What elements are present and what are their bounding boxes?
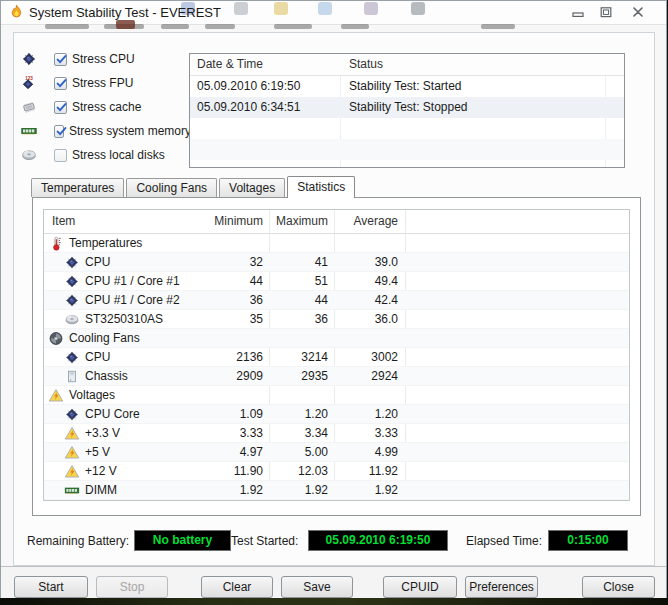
column-header-item[interactable]: Item bbox=[52, 214, 75, 228]
average-value: 2924 bbox=[371, 369, 398, 383]
voltage-icon bbox=[64, 426, 80, 441]
desktop-ghost-icon bbox=[411, 2, 425, 15]
minimum-value: 44 bbox=[250, 274, 263, 288]
stress-option-row: Stress CPU bbox=[21, 49, 191, 69]
event-log-row[interactable]: 05.09.2010 6:34:51Stability Test: Stoppe… bbox=[190, 97, 624, 118]
maximum-value: 51 bbox=[315, 274, 328, 288]
stress-option-label[interactable]: Stress system memory bbox=[69, 124, 191, 138]
voltage-icon bbox=[64, 445, 80, 460]
statistics-section-row[interactable]: Voltages bbox=[44, 386, 629, 405]
start-button[interactable]: Start bbox=[14, 576, 88, 598]
status-label: Elapsed Time: bbox=[466, 534, 542, 548]
stress-option-row: Stress system memory bbox=[21, 121, 191, 141]
stress-option-label[interactable]: Stress cache bbox=[72, 100, 141, 114]
checkbox-unchecked[interactable] bbox=[54, 149, 67, 162]
column-header-datetime[interactable]: Date & Time bbox=[197, 57, 263, 71]
fan-icon bbox=[48, 331, 64, 346]
stop-button[interactable]: Stop bbox=[96, 576, 168, 598]
column-header-minimum[interactable]: Minimum bbox=[214, 214, 263, 228]
close-button[interactable] bbox=[626, 3, 650, 21]
preferences-button[interactable]: Preferences bbox=[465, 576, 538, 598]
statistics-item-row[interactable]: +12 V11.9012.0311.92 bbox=[44, 462, 629, 481]
maximum-value: 2935 bbox=[301, 369, 328, 383]
column-header-maximum[interactable]: Maximum bbox=[276, 214, 328, 228]
event-log-row[interactable]: 05.09.2010 6:19:50Stability Test: Starte… bbox=[190, 76, 624, 97]
statistics-item-row[interactable]: CPU213632143002 bbox=[44, 348, 629, 367]
tab-statistics[interactable]: Statistics bbox=[287, 176, 355, 198]
clear-button[interactable]: Clear bbox=[201, 576, 273, 598]
checkbox-checked[interactable] bbox=[54, 53, 67, 66]
tab-bar: TemperaturesCooling FansVoltagesStatisti… bbox=[31, 175, 355, 197]
maximize-button[interactable] bbox=[594, 3, 618, 21]
event-log-table: Date & Time Status 05.09.2010 6:19:50Sta… bbox=[189, 53, 625, 168]
event-log-header: Date & Time Status bbox=[190, 54, 624, 76]
minimum-value: 2909 bbox=[236, 369, 263, 383]
tab-voltages[interactable]: Voltages bbox=[219, 178, 285, 197]
statistics-item-label: Cooling Fans bbox=[69, 331, 140, 345]
disk-icon bbox=[21, 147, 37, 163]
event-datetime: 05.09.2010 6:19:50 bbox=[197, 76, 300, 97]
maximum-value: 1.20 bbox=[305, 407, 328, 421]
status-lcd-display: 05.09.2010 6:19:50 bbox=[308, 530, 448, 551]
column-header-average[interactable]: Average bbox=[354, 214, 398, 228]
checkbox-checked[interactable] bbox=[54, 125, 64, 138]
statistics-section-row[interactable]: Temperatures bbox=[44, 234, 629, 253]
cpuid-button[interactable]: CPUID bbox=[383, 576, 457, 598]
title-bar: System Stability Test - EVEREST bbox=[1, 1, 666, 25]
statistics-item-row[interactable]: +3.3 V3.333.343.33 bbox=[44, 424, 629, 443]
statistics-item-row[interactable]: +5 V4.975.004.99 bbox=[44, 443, 629, 462]
tab-cooling-fans[interactable]: Cooling Fans bbox=[126, 178, 217, 197]
checkbox-checked[interactable] bbox=[54, 101, 67, 114]
cache-icon bbox=[21, 99, 37, 115]
minimum-value: 35 bbox=[250, 312, 263, 326]
close-button[interactable]: Close bbox=[582, 576, 655, 598]
cpu-icon bbox=[64, 293, 80, 308]
maximum-value: 44 bbox=[315, 293, 328, 307]
save-button[interactable]: Save bbox=[281, 576, 353, 598]
desktop-ghost-icon bbox=[234, 2, 248, 15]
app-flame-icon bbox=[8, 4, 25, 21]
maximum-value: 3.34 bbox=[305, 426, 328, 440]
statistics-item-label: Chassis bbox=[85, 369, 128, 383]
stress-option-label[interactable]: Stress FPU bbox=[72, 76, 133, 90]
statistics-section-row[interactable]: Cooling Fans bbox=[44, 329, 629, 348]
stress-option-label[interactable]: Stress CPU bbox=[72, 52, 135, 66]
maximum-value: 12.03 bbox=[298, 464, 328, 478]
empty-row-stripe bbox=[190, 139, 624, 160]
tab-temperatures[interactable]: Temperatures bbox=[31, 178, 124, 197]
statistics-item-row[interactable]: Chassis290929352924 bbox=[44, 367, 629, 386]
minimum-value: 4.97 bbox=[240, 445, 263, 459]
desktop-ghost-icon bbox=[318, 2, 332, 15]
statistics-item-label: +3.3 V bbox=[85, 426, 120, 440]
statistics-item-row[interactable]: CPU Core1.091.201.20 bbox=[44, 405, 629, 424]
chassis-icon bbox=[64, 369, 80, 384]
voltage-icon bbox=[48, 388, 64, 403]
minimize-button[interactable] bbox=[566, 3, 590, 21]
desktop-ghost-label bbox=[481, 24, 515, 29]
statistics-item-row[interactable]: DIMM1.921.921.92 bbox=[44, 481, 629, 500]
minimum-value: 36 bbox=[250, 293, 263, 307]
maximum-value: 1.92 bbox=[305, 483, 328, 497]
event-status: Stability Test: Started bbox=[349, 76, 462, 97]
statistics-item-row[interactable]: CPU #1 / Core #2364442.4 bbox=[44, 291, 629, 310]
svg-text:123: 123 bbox=[25, 76, 33, 81]
cpu-icon bbox=[64, 274, 80, 289]
statistics-header: Item Minimum Maximum Average bbox=[44, 210, 629, 234]
maximum-value: 36 bbox=[315, 312, 328, 326]
checkbox-checked[interactable] bbox=[54, 77, 67, 90]
stress-option-row: 123Stress FPU bbox=[21, 73, 191, 93]
statistics-item-row[interactable]: CPU324139.0 bbox=[44, 253, 629, 272]
statistics-item-label: +12 V bbox=[85, 464, 117, 478]
statistics-item-label: CPU bbox=[85, 255, 110, 269]
desktop-background-strip bbox=[0, 598, 668, 605]
minimum-value: 11.90 bbox=[234, 464, 263, 478]
stress-option-row: Stress local disks bbox=[21, 145, 191, 165]
window-title: System Stability Test - EVEREST bbox=[29, 5, 221, 20]
stress-option-label[interactable]: Stress local disks bbox=[72, 148, 165, 162]
column-header-status[interactable]: Status bbox=[349, 57, 383, 71]
status-lcd-display: 0:15:00 bbox=[548, 530, 628, 551]
statistics-item-row[interactable]: CPU #1 / Core #1445149.4 bbox=[44, 272, 629, 291]
minimum-value: 2136 bbox=[236, 350, 263, 364]
statistics-item-row[interactable]: ST3250310AS353636.0 bbox=[44, 310, 629, 329]
minimum-value: 1.09 bbox=[240, 407, 263, 421]
